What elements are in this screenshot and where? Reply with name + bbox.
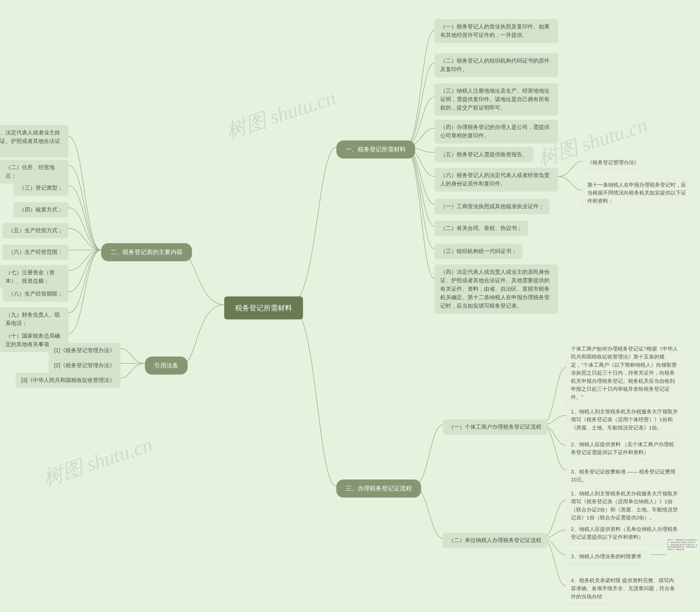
b3-s2-item-3[interactable]: 3、纳税人办理业务的时限要求 bbox=[566, 549, 646, 564]
b3-sub1[interactable]: （一）个体工商户办理税务登记证流程 bbox=[443, 419, 547, 434]
b3-s2-item-4[interactable]: 4、税务机关承诺时限 提供资料完整、填写内容准确、各项手续齐全、无违章问题，符合… bbox=[566, 573, 684, 604]
b3-s1-item-1[interactable]: 个体工商户如何办理税务登记证?根据《中华人民共和国税收征收管理法》第十五条的规定… bbox=[566, 342, 684, 404]
b1-item-8[interactable]: （二）有关合同、章程、协议书； bbox=[435, 221, 528, 236]
b1-item-6[interactable]: （六）税务登记人的法定代表人或者经营负责人的身份证原件和复印件。 bbox=[435, 168, 558, 191]
b1-ref-a[interactable]: 《税务登记管理办法》 bbox=[582, 155, 644, 170]
b2-item-2[interactable]: （二）住所、经营地点； bbox=[0, 160, 68, 183]
b2-item-3[interactable]: （三）登记类型； bbox=[14, 180, 68, 195]
b4-item-3[interactable]: [3]《中华人民共和国税收征收管理法》 bbox=[16, 373, 120, 388]
b2-item-1[interactable]: （一）单位名称、法定代表人或者业主姓名及其居民身份证、护照或者其他合法证件的号码… bbox=[0, 125, 68, 157]
b3-s1-item-3[interactable]: 2、纳税人应提供资料 （见个体工商户办理税务登记证需提供以下证件和资料） bbox=[566, 437, 684, 460]
branch-2[interactable]: 二、税务登记表的主要内容 bbox=[101, 243, 192, 261]
b1-item-1[interactable]: （一）税务登记人的营业执照及复印件。如果有其他经营许可证件的，一并提供。 bbox=[435, 19, 558, 43]
branch-4[interactable]: 引用法条 bbox=[145, 357, 188, 375]
watermark: 树图 shutu.cn bbox=[223, 84, 339, 145]
b4-item-1[interactable]: [1]《税务登记管理办法》 bbox=[49, 343, 120, 358]
b1-item-9[interactable]: （三）组织机构统一代码证书； bbox=[435, 244, 522, 259]
b1-item-5[interactable]: （五）税务登记人需提供验资报告。 bbox=[435, 147, 533, 162]
b3-s1-item-2[interactable]: 1、纳税人到主管税务机关办税服务大厅领取并填写《税务登记表（适用个体经营）》1份… bbox=[566, 404, 684, 435]
b2-item-9[interactable]: （九）财务负责人、联系电话； bbox=[0, 307, 68, 331]
b1-item-3[interactable]: （三）纳税人注册地地址及生产、经营地地址证明，需提供复印件。该地址是自己拥有所有… bbox=[435, 83, 558, 115]
b2-item-8[interactable]: （八）生产经营期限； bbox=[3, 286, 68, 301]
b2-item-5[interactable]: （五）生产经营方式； bbox=[3, 223, 68, 238]
b3-s2-item-1[interactable]: 1、纳税人到主管税务机关办税服务大厅领取并填写《税务登记表（适用单位纳税人）》1… bbox=[566, 486, 684, 525]
b3-s1-item-4[interactable]: 3、税务登记证收费标准 —— 税务登记证费用10元。 bbox=[566, 464, 684, 487]
branch-3[interactable]: 三、办理税务登记证流程 bbox=[336, 479, 421, 498]
watermark: 树图 shutu.cn bbox=[40, 431, 156, 492]
b3-s2-item-3-detail[interactable]: 从事生产、经营的纳税人应当自领取营业执照，或者自有关部门批准设立之日起30日内，… bbox=[666, 538, 699, 552]
b4-item-2[interactable]: [2]《税务登记管理办法》 bbox=[49, 358, 120, 373]
b1-item-7[interactable]: （一）工商营业执照或其他核准执业证件； bbox=[435, 199, 550, 214]
b1-ref-b[interactable]: 第十一条纳税人在申报办理税务登记时，应当根据不同情况向税务机关如实提供以下证件和… bbox=[582, 178, 692, 208]
b2-item-4[interactable]: （四）核算方式； bbox=[14, 202, 68, 217]
b2-item-6[interactable]: （六）生产经营范围； bbox=[3, 245, 68, 260]
b2-item-7[interactable]: （七）注册资金（资本）、投资总额； bbox=[0, 265, 68, 289]
b3-sub2[interactable]: （二）单位纳税人办理税务登记证流程 bbox=[443, 533, 547, 548]
b1-item-4[interactable]: （四）办理税务登记的办理人是公司，需提供公司章程的复印件。 bbox=[435, 120, 558, 143]
b1-item-10[interactable]: （四）法定代表人或负责人或业主的居民身份证、护照或者其他合法证件。其他需要提供的… bbox=[435, 264, 558, 314]
branch-1[interactable]: 一、税务登记所需材料 bbox=[336, 140, 415, 158]
b1-item-2[interactable]: （二）税务登记人的组织机构代码证书的原件及复印件。 bbox=[435, 53, 558, 77]
root-node[interactable]: 税务登记所需材料 bbox=[224, 296, 303, 319]
